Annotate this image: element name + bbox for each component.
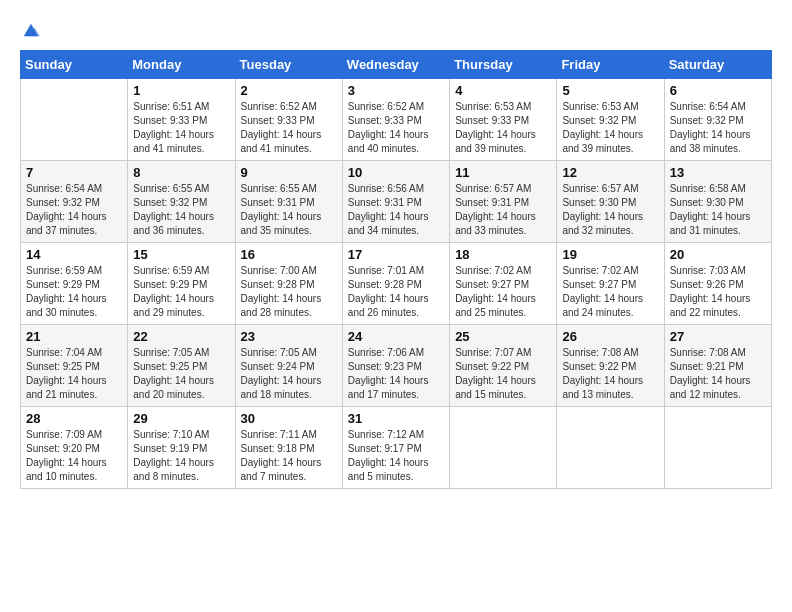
day-number: 25 [455, 329, 551, 344]
cell-info: Sunrise: 7:12 AM Sunset: 9:17 PM Dayligh… [348, 428, 444, 484]
daylight-text: Daylight: 14 hours and 10 minutes. [26, 456, 122, 484]
sunrise-text: Sunrise: 7:02 AM [562, 264, 658, 278]
calendar-week-row: 21 Sunrise: 7:04 AM Sunset: 9:25 PM Dayl… [21, 325, 772, 407]
cell-info: Sunrise: 6:55 AM Sunset: 9:32 PM Dayligh… [133, 182, 229, 238]
calendar-cell: 9 Sunrise: 6:55 AM Sunset: 9:31 PM Dayli… [235, 161, 342, 243]
sunset-text: Sunset: 9:20 PM [26, 442, 122, 456]
calendar-week-row: 1 Sunrise: 6:51 AM Sunset: 9:33 PM Dayli… [21, 79, 772, 161]
day-number: 31 [348, 411, 444, 426]
daylight-text: Daylight: 14 hours and 30 minutes. [26, 292, 122, 320]
cell-info: Sunrise: 7:05 AM Sunset: 9:25 PM Dayligh… [133, 346, 229, 402]
day-number: 16 [241, 247, 337, 262]
cell-info: Sunrise: 6:54 AM Sunset: 9:32 PM Dayligh… [670, 100, 766, 156]
daylight-text: Daylight: 14 hours and 17 minutes. [348, 374, 444, 402]
sunrise-text: Sunrise: 7:00 AM [241, 264, 337, 278]
sunset-text: Sunset: 9:23 PM [348, 360, 444, 374]
sunrise-text: Sunrise: 6:57 AM [562, 182, 658, 196]
sunset-text: Sunset: 9:21 PM [670, 360, 766, 374]
sunset-text: Sunset: 9:32 PM [133, 196, 229, 210]
day-number: 2 [241, 83, 337, 98]
day-number: 12 [562, 165, 658, 180]
cell-info: Sunrise: 7:10 AM Sunset: 9:19 PM Dayligh… [133, 428, 229, 484]
calendar-cell [21, 79, 128, 161]
sunset-text: Sunset: 9:17 PM [348, 442, 444, 456]
daylight-text: Daylight: 14 hours and 26 minutes. [348, 292, 444, 320]
day-header-saturday: Saturday [664, 51, 771, 79]
sunrise-text: Sunrise: 7:04 AM [26, 346, 122, 360]
calendar-cell: 30 Sunrise: 7:11 AM Sunset: 9:18 PM Dayl… [235, 407, 342, 489]
day-number: 14 [26, 247, 122, 262]
sunrise-text: Sunrise: 6:55 AM [133, 182, 229, 196]
sunrise-text: Sunrise: 7:05 AM [241, 346, 337, 360]
calendar-cell: 20 Sunrise: 7:03 AM Sunset: 9:26 PM Dayl… [664, 243, 771, 325]
daylight-text: Daylight: 14 hours and 25 minutes. [455, 292, 551, 320]
daylight-text: Daylight: 14 hours and 8 minutes. [133, 456, 229, 484]
day-number: 19 [562, 247, 658, 262]
calendar-cell: 8 Sunrise: 6:55 AM Sunset: 9:32 PM Dayli… [128, 161, 235, 243]
calendar-cell: 13 Sunrise: 6:58 AM Sunset: 9:30 PM Dayl… [664, 161, 771, 243]
day-number: 24 [348, 329, 444, 344]
page-header [20, 20, 772, 40]
day-number: 9 [241, 165, 337, 180]
calendar-cell: 10 Sunrise: 6:56 AM Sunset: 9:31 PM Dayl… [342, 161, 449, 243]
daylight-text: Daylight: 14 hours and 41 minutes. [241, 128, 337, 156]
cell-info: Sunrise: 7:06 AM Sunset: 9:23 PM Dayligh… [348, 346, 444, 402]
daylight-text: Daylight: 14 hours and 34 minutes. [348, 210, 444, 238]
cell-info: Sunrise: 6:52 AM Sunset: 9:33 PM Dayligh… [348, 100, 444, 156]
cell-info: Sunrise: 7:02 AM Sunset: 9:27 PM Dayligh… [455, 264, 551, 320]
cell-info: Sunrise: 7:09 AM Sunset: 9:20 PM Dayligh… [26, 428, 122, 484]
calendar-cell: 18 Sunrise: 7:02 AM Sunset: 9:27 PM Dayl… [450, 243, 557, 325]
calendar-cell: 24 Sunrise: 7:06 AM Sunset: 9:23 PM Dayl… [342, 325, 449, 407]
calendar-cell: 14 Sunrise: 6:59 AM Sunset: 9:29 PM Dayl… [21, 243, 128, 325]
day-number: 10 [348, 165, 444, 180]
calendar-cell: 16 Sunrise: 7:00 AM Sunset: 9:28 PM Dayl… [235, 243, 342, 325]
calendar-cell: 29 Sunrise: 7:10 AM Sunset: 9:19 PM Dayl… [128, 407, 235, 489]
cell-info: Sunrise: 6:53 AM Sunset: 9:33 PM Dayligh… [455, 100, 551, 156]
calendar-cell: 31 Sunrise: 7:12 AM Sunset: 9:17 PM Dayl… [342, 407, 449, 489]
sunset-text: Sunset: 9:32 PM [562, 114, 658, 128]
sunrise-text: Sunrise: 6:52 AM [348, 100, 444, 114]
sunrise-text: Sunrise: 6:54 AM [670, 100, 766, 114]
calendar-cell: 5 Sunrise: 6:53 AM Sunset: 9:32 PM Dayli… [557, 79, 664, 161]
sunrise-text: Sunrise: 7:10 AM [133, 428, 229, 442]
sunset-text: Sunset: 9:33 PM [455, 114, 551, 128]
calendar-cell: 27 Sunrise: 7:08 AM Sunset: 9:21 PM Dayl… [664, 325, 771, 407]
sunset-text: Sunset: 9:28 PM [241, 278, 337, 292]
calendar-cell: 11 Sunrise: 6:57 AM Sunset: 9:31 PM Dayl… [450, 161, 557, 243]
day-number: 3 [348, 83, 444, 98]
daylight-text: Daylight: 14 hours and 15 minutes. [455, 374, 551, 402]
daylight-text: Daylight: 14 hours and 40 minutes. [348, 128, 444, 156]
sunset-text: Sunset: 9:30 PM [670, 196, 766, 210]
daylight-text: Daylight: 14 hours and 36 minutes. [133, 210, 229, 238]
cell-info: Sunrise: 6:58 AM Sunset: 9:30 PM Dayligh… [670, 182, 766, 238]
calendar-cell: 2 Sunrise: 6:52 AM Sunset: 9:33 PM Dayli… [235, 79, 342, 161]
sunset-text: Sunset: 9:25 PM [26, 360, 122, 374]
sunset-text: Sunset: 9:27 PM [455, 278, 551, 292]
day-number: 8 [133, 165, 229, 180]
cell-info: Sunrise: 7:00 AM Sunset: 9:28 PM Dayligh… [241, 264, 337, 320]
daylight-text: Daylight: 14 hours and 7 minutes. [241, 456, 337, 484]
sunset-text: Sunset: 9:33 PM [348, 114, 444, 128]
cell-info: Sunrise: 7:03 AM Sunset: 9:26 PM Dayligh… [670, 264, 766, 320]
sunrise-text: Sunrise: 7:06 AM [348, 346, 444, 360]
sunset-text: Sunset: 9:22 PM [455, 360, 551, 374]
sunset-text: Sunset: 9:25 PM [133, 360, 229, 374]
cell-info: Sunrise: 6:52 AM Sunset: 9:33 PM Dayligh… [241, 100, 337, 156]
sunrise-text: Sunrise: 6:56 AM [348, 182, 444, 196]
sunset-text: Sunset: 9:29 PM [133, 278, 229, 292]
sunrise-text: Sunrise: 7:11 AM [241, 428, 337, 442]
sunset-text: Sunset: 9:24 PM [241, 360, 337, 374]
day-number: 11 [455, 165, 551, 180]
sunset-text: Sunset: 9:31 PM [455, 196, 551, 210]
daylight-text: Daylight: 14 hours and 21 minutes. [26, 374, 122, 402]
sunrise-text: Sunrise: 6:58 AM [670, 182, 766, 196]
day-number: 6 [670, 83, 766, 98]
sunrise-text: Sunrise: 7:08 AM [562, 346, 658, 360]
calendar-table: SundayMondayTuesdayWednesdayThursdayFrid… [20, 50, 772, 489]
sunrise-text: Sunrise: 6:59 AM [133, 264, 229, 278]
cell-info: Sunrise: 7:08 AM Sunset: 9:21 PM Dayligh… [670, 346, 766, 402]
calendar-cell [557, 407, 664, 489]
calendar-cell: 23 Sunrise: 7:05 AM Sunset: 9:24 PM Dayl… [235, 325, 342, 407]
daylight-text: Daylight: 14 hours and 18 minutes. [241, 374, 337, 402]
day-number: 13 [670, 165, 766, 180]
